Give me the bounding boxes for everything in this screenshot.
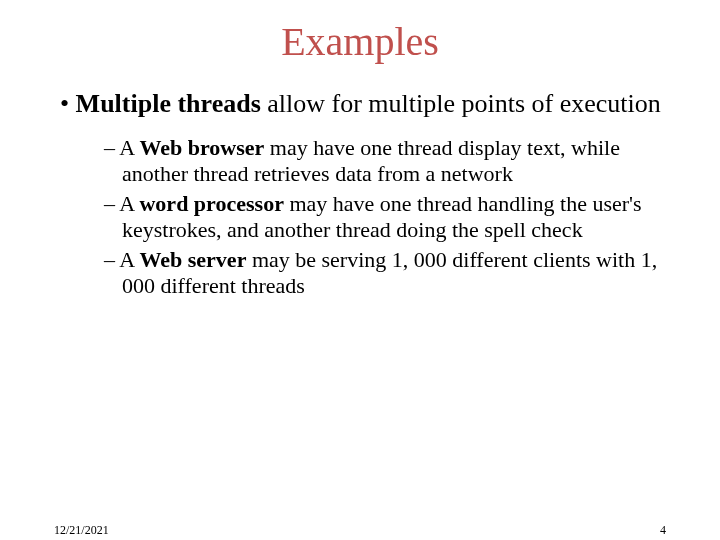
- sub-bullet-list: A Web browser may have one thread displa…: [50, 135, 670, 299]
- slide-footer: 12/21/2021 4: [0, 523, 720, 538]
- bullet-main-bold: Multiple threads: [76, 89, 261, 118]
- slide: Examples Multiple threads allow for mult…: [0, 18, 720, 540]
- bullet-main: Multiple threads allow for multiple poin…: [50, 89, 670, 119]
- sub-bullet-1: A Web browser may have one thread displa…: [104, 135, 670, 187]
- slide-title: Examples: [0, 18, 720, 65]
- sub1-pre: A: [119, 135, 139, 160]
- footer-date: 12/21/2021: [54, 523, 109, 538]
- bullet-main-rest: allow for multiple points of execution: [261, 89, 661, 118]
- sub2-pre: A: [119, 191, 139, 216]
- sub-bullet-3: A Web server may be serving 1, 000 diffe…: [104, 247, 670, 299]
- sub3-bold: Web server: [139, 247, 246, 272]
- sub3-pre: A: [119, 247, 139, 272]
- sub1-bold: Web browser: [139, 135, 264, 160]
- slide-body: Multiple threads allow for multiple poin…: [0, 89, 720, 299]
- footer-page-number: 4: [660, 523, 666, 538]
- sub2-bold: word processor: [139, 191, 283, 216]
- sub-bullet-2: A word processor may have one thread han…: [104, 191, 670, 243]
